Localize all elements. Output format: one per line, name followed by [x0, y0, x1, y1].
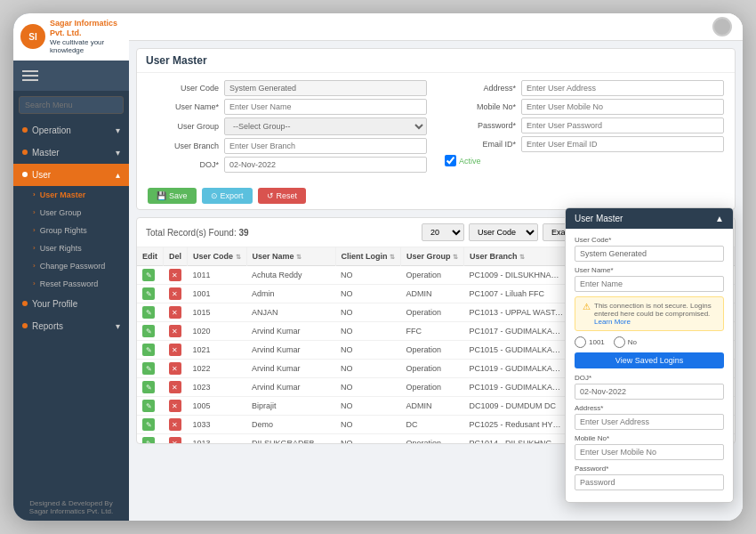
sidebar-subitem-user-rights[interactable]: › User Rights — [13, 239, 129, 257]
delete-button[interactable]: ✕ — [169, 269, 181, 281]
client-login-cell: NO — [335, 397, 401, 416]
edit-button[interactable]: ✎ — [142, 306, 155, 319]
delete-button[interactable]: ✕ — [169, 325, 181, 337]
search-menu-input[interactable] — [19, 96, 124, 114]
client-login-cell: NO — [335, 322, 401, 341]
sidebar-item-master[interactable]: Master ▾ — [13, 142, 129, 164]
address-input[interactable] — [521, 80, 724, 96]
sidebar-subitem-user-group[interactable]: › User Group — [13, 204, 129, 222]
user-code-cell: 1001 — [188, 285, 247, 303]
popup-collapse-icon[interactable]: ▲ — [715, 214, 724, 223]
popup-radio-no[interactable]: No — [614, 336, 637, 348]
col-user-code[interactable]: User Code ⇅ — [188, 247, 247, 266]
edit-button[interactable]: ✎ — [142, 381, 155, 393]
user-group-cell: Operation — [401, 360, 464, 378]
user-name-row: User Name* — [148, 99, 427, 115]
col-user-group[interactable]: User Group ⇅ — [401, 247, 464, 266]
delete-button[interactable]: ✕ — [169, 400, 181, 412]
client-login-cell: NO — [335, 303, 401, 322]
sidebar-subitem-change-password[interactable]: › Change Password — [13, 257, 129, 275]
delete-button[interactable]: ✕ — [169, 381, 181, 393]
user-group-cell: Operation — [401, 341, 464, 360]
user-code-cell: 1033 — [188, 416, 247, 434]
user-branch-cell: PC1025 - Redusant HYD KHARMANGHAT DC — [464, 416, 571, 434]
sidebar-subitem-user-master[interactable]: › User Master — [13, 186, 129, 204]
filter-field-select[interactable]: User CodeUser NameEmail ID — [469, 223, 538, 241]
user-code-input — [224, 80, 427, 96]
edit-button[interactable]: ✎ — [142, 325, 155, 337]
save-button[interactable]: 💾 Save — [148, 188, 197, 204]
user-code-cell: 1021 — [188, 341, 247, 360]
export-button[interactable]: ⊙ Export — [202, 188, 253, 204]
del-cell: ✕ — [164, 360, 188, 378]
edit-cell: ✎ — [137, 360, 164, 378]
col-client-login[interactable]: Client Login ⇅ — [335, 247, 401, 266]
sidebar-item-your-profile[interactable]: Your Profile — [13, 293, 129, 315]
user-group-select[interactable]: --Select Group-- — [224, 117, 427, 135]
client-login-cell: NO — [335, 266, 401, 285]
hamburger-menu[interactable] — [13, 61, 129, 91]
user-name-cell: Biprajit — [246, 397, 335, 416]
edit-button[interactable]: ✎ — [142, 400, 155, 412]
edit-button[interactable]: ✎ — [142, 418, 155, 431]
edit-button[interactable]: ✎ — [142, 287, 155, 300]
sidebar-item-user[interactable]: User ▴ — [13, 164, 129, 186]
sidebar-subitem-reset-password[interactable]: › Reset Password — [13, 275, 129, 293]
mobile-input[interactable] — [521, 99, 724, 115]
delete-button[interactable]: ✕ — [169, 306, 181, 319]
popup-password-input[interactable] — [575, 474, 724, 490]
user-avatar[interactable] — [712, 17, 732, 36]
sidebar-item-reports[interactable]: Reports ▾ — [13, 315, 129, 337]
edit-cell: ✎ — [137, 285, 164, 303]
reset-button[interactable]: ↺ Reset — [258, 188, 307, 204]
col-user-branch[interactable]: User Branch ⇅ — [464, 247, 571, 266]
delete-button[interactable]: ✕ — [169, 287, 181, 300]
edit-button[interactable]: ✎ — [142, 269, 155, 281]
popup-user-name-label: User Name* — [575, 266, 724, 274]
user-name-input[interactable] — [224, 99, 427, 115]
user-name-cell: Demo — [246, 416, 335, 434]
dob-input[interactable] — [224, 157, 427, 173]
sidebar-subitem-group-rights[interactable]: › Group Rights — [13, 222, 129, 239]
col-del: Del — [164, 247, 188, 266]
email-input[interactable] — [521, 136, 724, 152]
sidebar-item-operation[interactable]: Operation ▾ — [13, 119, 129, 142]
active-row: Active — [445, 155, 724, 166]
delete-button[interactable]: ✕ — [169, 344, 181, 356]
company-logo-icon: SI — [20, 24, 45, 49]
user-name-cell: DILSUKGRADEB — [246, 434, 335, 444]
client-login-cell: NO — [335, 378, 401, 397]
topbar — [129, 13, 743, 41]
popup-address-row: Address* — [575, 404, 724, 430]
user-branch-cell: DC1009 - DUMDUM DC — [464, 397, 571, 416]
popup-address-input[interactable] — [575, 414, 724, 430]
popup-learn-more-link[interactable]: Learn More — [594, 318, 631, 326]
per-page-select[interactable]: 2050100 — [422, 223, 464, 241]
password-input[interactable] — [521, 117, 724, 134]
popup-radio-1001[interactable]: 1001 — [575, 336, 605, 348]
del-cell: ✕ — [164, 322, 188, 341]
sidebar: SI Sagar Informatics Pvt. Ltd. We cultiv… — [13, 13, 129, 521]
delete-button[interactable]: ✕ — [169, 418, 181, 431]
user-branch-input[interactable] — [224, 138, 427, 154]
popup-user-code-input — [575, 246, 724, 262]
edit-button[interactable]: ✎ — [142, 344, 155, 356]
popup-mobile-row: Mobile No* — [575, 434, 724, 460]
user-code-row: User Code — [148, 80, 427, 96]
form-body: User Code User Name* User Group --Select… — [137, 73, 735, 182]
delete-button[interactable]: ✕ — [169, 437, 181, 443]
user-master-popup: User Master ▲ User Code* User Name* ⚠ Th… — [565, 207, 734, 503]
popup-mobile-input[interactable] — [575, 444, 724, 460]
user-code-cell: 1005 — [188, 397, 247, 416]
popup-user-code-label: User Code* — [575, 236, 724, 244]
popup-dob-input[interactable] — [575, 384, 724, 400]
edit-button[interactable]: ✎ — [142, 437, 155, 443]
edit-button[interactable]: ✎ — [142, 362, 155, 375]
user-name-cell: Arvind Kumar — [246, 341, 335, 360]
active-checkbox[interactable] — [445, 155, 456, 166]
view-saved-logins-button[interactable]: View Saved Logins — [575, 352, 724, 368]
delete-button[interactable]: ✕ — [169, 362, 181, 375]
col-user-name[interactable]: User Name ⇅ — [246, 247, 335, 266]
form-right: Address* Mobile No* Password* Email — [445, 80, 724, 175]
popup-user-name-input[interactable] — [575, 276, 724, 292]
